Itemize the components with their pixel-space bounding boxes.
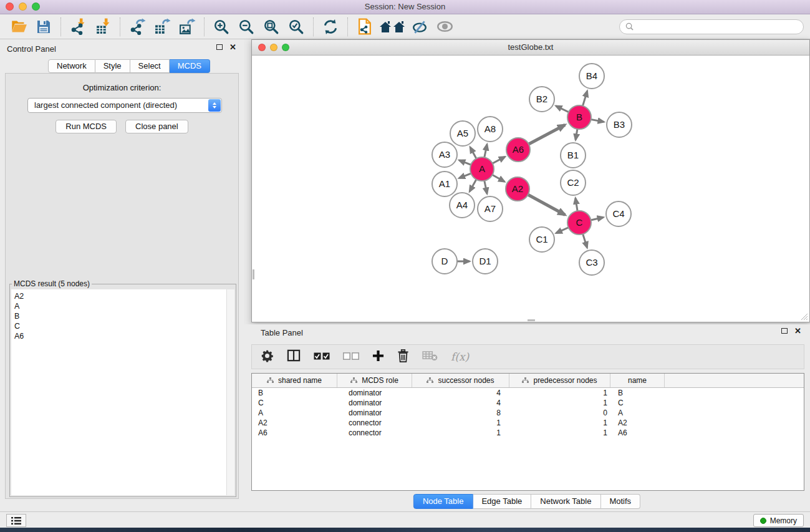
cell-mcds-role[interactable]: dominator [337,409,412,417]
graph-node-B1[interactable]: B1 [561,143,586,168]
criterion-dropdown[interactable]: largest connected component (directed) [27,98,222,113]
cell-shared-name[interactable]: A [252,409,337,417]
cell-predecessor-nodes[interactable]: 1 [509,428,610,437]
cell-name[interactable]: A2 [610,418,665,427]
graph-node-C[interactable]: C [567,211,591,235]
cell-predecessor-nodes[interactable]: 0 [509,409,610,417]
cell-shared-name[interactable]: A6 [252,428,337,437]
cell-shared-name[interactable]: A2 [252,418,337,427]
cell-predecessor-nodes[interactable]: 1 [509,418,610,427]
cell-name[interactable]: B [610,389,665,397]
cell-shared-name[interactable]: C [252,399,337,407]
column-header-successor-nodes[interactable]: successor nodes [412,374,509,387]
minimize-window-button[interactable] [19,2,27,11]
tab-style[interactable]: Style [95,59,130,73]
tab-select[interactable]: Select [130,59,170,73]
graph-node-B4[interactable]: B4 [579,64,604,89]
export-network-icon[interactable] [125,16,150,37]
list-item[interactable]: A [11,301,234,311]
graph-node-B3[interactable]: B3 [607,112,632,137]
h-scrollbar-thumb[interactable] [528,319,535,321]
tab-network-table[interactable]: Network Table [531,494,600,509]
list-item[interactable]: A6 [11,331,234,341]
new-network-from-selection-icon[interactable] [352,16,377,37]
table-row[interactable]: A6 connector 1 1 A6 [252,428,804,438]
graph-node-A3[interactable]: A3 [432,142,457,167]
graph-node-D[interactable]: D [432,249,457,274]
list-item[interactable]: A2 [11,289,234,301]
home-icon[interactable] [377,16,407,37]
table-settings-gear-icon[interactable] [261,349,274,365]
import-table-icon[interactable] [90,16,115,37]
zoom-in-icon[interactable] [209,16,234,37]
graph-node-A8[interactable]: A8 [478,117,503,142]
cell-successor-nodes[interactable]: 8 [412,409,509,417]
float-panel-icon[interactable] [781,328,788,334]
graph-node-D1[interactable]: D1 [473,249,498,274]
table-row[interactable]: A dominator 8 0 A [252,408,804,418]
table-row[interactable]: B dominator 4 1 B [252,388,804,398]
open-file-icon[interactable] [6,16,31,37]
list-item[interactable]: C [11,321,234,331]
delete-table-icon[interactable] [422,351,438,364]
table-row[interactable]: A2 connector 1 1 A2 [252,418,804,428]
minimize-network-window-button[interactable] [270,44,277,51]
close-panel-icon[interactable]: ✕ [794,327,801,334]
zoom-window-button[interactable] [32,2,40,11]
search-input[interactable] [637,22,798,32]
cell-name[interactable]: A [610,409,665,417]
network-window-titlebar[interactable]: testGlobe.txt [252,40,809,56]
zoom-fit-icon[interactable] [259,16,284,37]
refresh-layout-icon[interactable] [318,16,343,37]
graph-node-A1[interactable]: A1 [432,172,457,196]
table-row[interactable]: C dominator 4 1 C [252,398,804,408]
tab-node-table[interactable]: Node Table [413,494,473,509]
list-item[interactable]: B [11,311,234,321]
run-mcds-button[interactable]: Run MCDS [55,120,117,133]
split-panel-icon[interactable] [287,349,301,364]
float-panel-icon[interactable] [216,44,223,50]
import-network-icon[interactable] [65,16,90,37]
hide-selected-icon[interactable] [407,16,432,37]
column-header-name[interactable]: name [610,374,665,387]
graph-node-A6[interactable]: A6 [506,138,530,162]
cell-predecessor-nodes[interactable]: 1 [509,389,610,397]
graph-node-B2[interactable]: B2 [529,87,554,112]
search-field[interactable] [619,19,804,34]
close-network-window-button[interactable] [258,44,266,51]
unselect-all-columns-icon[interactable] [343,351,359,362]
column-header-mcds-role[interactable]: MCDS role [337,374,412,387]
network-canvas[interactable]: B4B2BB3A8A5A6A3B1AC2A1A2A4A7C4CC1DD1C3 [253,56,809,321]
cell-mcds-role[interactable]: connector [337,418,412,427]
cell-shared-name[interactable]: B [252,389,337,397]
cell-successor-nodes[interactable]: 4 [412,389,509,397]
cell-successor-nodes[interactable]: 1 [412,418,509,427]
graph-node-A7[interactable]: A7 [478,196,503,221]
graph-node-C1[interactable]: C1 [529,227,554,252]
v-scrollbar-thumb[interactable] [253,269,254,279]
tab-motifs[interactable]: Motifs [600,494,640,509]
export-image-icon[interactable] [175,16,200,37]
cell-predecessor-nodes[interactable]: 1 [509,399,610,407]
close-panel-icon[interactable]: ✕ [229,44,236,51]
close-panel-button[interactable]: Close panel [125,120,188,133]
delete-column-trash-icon[interactable] [397,349,409,365]
show-all-eye-icon[interactable] [432,16,457,37]
cell-mcds-role[interactable]: dominator [337,399,412,407]
cell-name[interactable]: C [610,399,665,407]
graph-node-C2[interactable]: C2 [561,170,586,195]
cell-successor-nodes[interactable]: 1 [412,428,509,437]
zoom-out-icon[interactable] [234,16,259,37]
function-builder-icon[interactable]: f(x) [451,351,469,363]
graph-node-A[interactable]: A [470,157,494,181]
graph-node-C3[interactable]: C3 [579,250,604,275]
task-history-button[interactable] [6,514,26,527]
cell-name[interactable]: A6 [610,428,665,437]
add-column-plus-icon[interactable] [372,350,384,364]
graph-node-C4[interactable]: C4 [606,201,631,226]
cell-successor-nodes[interactable]: 4 [412,399,509,407]
column-header-shared-name[interactable]: shared name [252,374,337,387]
memory-button[interactable]: Memory [753,514,804,527]
column-header-predecessor-nodes[interactable]: predecessor nodes [509,374,610,387]
close-window-button[interactable] [6,2,14,11]
